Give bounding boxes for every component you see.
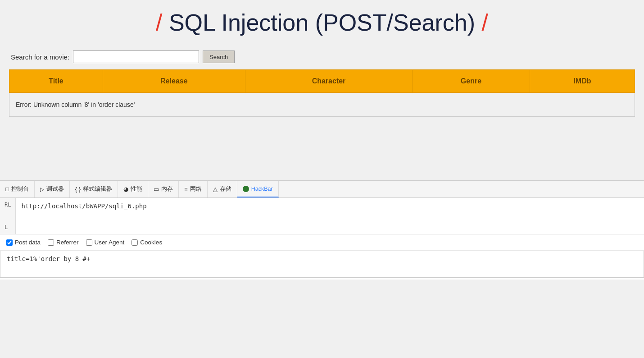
results-table: Title Release Character Genre IMDb Error… [9,69,635,117]
hackbar-dot-icon [243,186,249,192]
devtools-network-label: 网络 [190,185,202,193]
search-label: Search for a movie: [11,53,69,61]
cookies-checkbox[interactable] [132,239,138,246]
hackbar-panel: RL L Post data Referrer User Agent Cooki… [0,197,644,280]
devtools-item-hackbar[interactable]: HackBar [237,181,279,197]
memory-icon: ▭ [154,186,159,193]
devtools-item-console[interactable]: □ 控制台 [0,181,35,197]
storage-icon: △ [213,186,218,193]
page-area: / SQL Injection (POST/Search) / Search f… [0,0,644,180]
devtools-item-debugger[interactable]: ▷ 调试器 [35,181,70,197]
devtools-memory-label: 内存 [161,185,173,193]
post-data-checkbox[interactable] [6,239,13,246]
devtools-bar: □ 控制台 ▷ 调试器 { } 样式编辑器 ◕ 性能 ▭ 内存 ≡ 网络 △ 存… [0,180,644,197]
col-imdb: IMDb [530,70,635,93]
braces-icon: { } [75,186,81,193]
url-label: RL L [0,198,16,234]
devtools-item-network[interactable]: ≡ 网络 [179,181,208,197]
url-input[interactable] [16,198,644,234]
post-data-option[interactable]: Post data [6,239,41,246]
network-icon: ≡ [184,186,188,193]
error-row: Error: Unknown column '8' in 'order clau… [9,93,635,117]
devtools-item-performance[interactable]: ◕ 性能 [118,181,148,197]
devtools-item-style-editor[interactable]: { } 样式编辑器 [70,181,118,197]
devtools-storage-label: 存储 [220,185,231,193]
referrer-label: Referrer [56,239,79,246]
error-message: Error: Unknown column '8' in 'order clau… [9,93,635,117]
slash-left-icon: / [156,9,162,36]
hackbar-options: Post data Referrer User Agent Cookies [0,234,644,251]
url-area: RL L [0,198,644,234]
slash-right-icon: / [482,9,488,36]
debug-icon: ▷ [40,186,44,193]
search-button[interactable]: Search [203,50,235,63]
user-agent-checkbox[interactable] [86,239,92,246]
table-header: Title Release Character Genre IMDb [9,70,635,93]
perf-icon: ◕ [123,186,128,193]
devtools-perf-label: 性能 [131,185,142,193]
devtools-hackbar-label: HackBar [251,186,273,192]
user-agent-label: User Agent [95,239,125,246]
devtools-style-label: 样式编辑器 [83,185,112,193]
col-title: Title [9,70,103,93]
col-genre: Genre [413,70,530,93]
devtools-item-storage[interactable]: △ 存储 [208,181,237,197]
post-data-label: Post data [15,239,41,246]
col-character: Character [245,70,412,93]
devtools-item-memory[interactable]: ▭ 内存 [148,181,179,197]
search-row: Search for a movie: Search [9,45,635,69]
user-agent-option[interactable]: User Agent [86,239,125,246]
col-release: Release [103,70,245,93]
terminal-icon: □ [5,186,9,193]
cookies-label: Cookies [140,239,162,246]
table-header-row: Title Release Character Genre IMDb [9,70,635,93]
cookies-option[interactable]: Cookies [132,239,162,246]
search-input[interactable] [73,50,199,63]
referrer-checkbox[interactable] [48,239,54,246]
referrer-option[interactable]: Referrer [48,239,79,246]
url-label-bottom: L [5,224,11,230]
post-data-input[interactable] [0,251,644,278]
devtools-console-label: 控制台 [11,185,29,193]
page-title: / SQL Injection (POST/Search) / [9,5,635,45]
devtools-debugger-label: 调试器 [46,185,64,193]
url-label-top: RL [5,202,11,208]
